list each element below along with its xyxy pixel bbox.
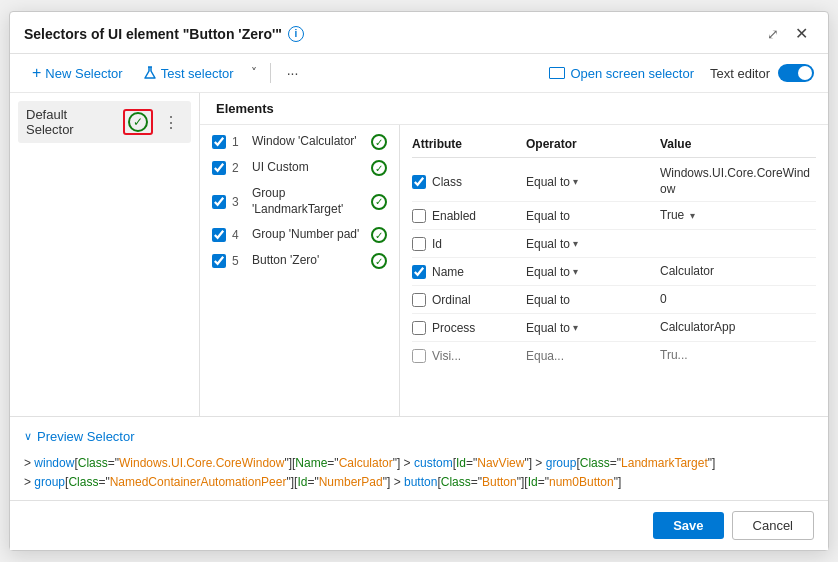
title-bar: Selectors of UI element "Button 'Zero'" …	[10, 12, 828, 54]
attr-checkbox-enabled[interactable]	[412, 209, 426, 223]
preview-sep-2: >	[532, 456, 546, 470]
preview-group2-selector: group	[34, 475, 65, 489]
attr-operator-process[interactable]: Equal to ▾	[526, 321, 656, 335]
selector-item-highlight: ✓	[123, 109, 153, 135]
preview-class-val: Windows.UI.Core.CoreWindow	[119, 456, 284, 470]
preview-id3-attr: Id	[528, 475, 538, 489]
table-row[interactable]: 1 Window 'Calculator' ✓	[200, 129, 399, 155]
save-button[interactable]: Save	[653, 512, 723, 539]
open-screen-label: Open screen selector	[570, 66, 694, 81]
attr-value-visibility: Tru...	[660, 348, 816, 364]
toolbar-left: + New Selector Test selector ˅ ···	[24, 60, 306, 86]
preview-eq-3: ="	[466, 456, 477, 470]
preview-close-1: "][	[284, 456, 295, 470]
preview-window-selector: window	[34, 456, 74, 470]
attr-name-name: Name	[432, 265, 464, 279]
attr-checkbox-id[interactable]	[412, 237, 426, 251]
cancel-button[interactable]: Cancel	[732, 511, 814, 540]
preview-class3-val: NamedContainerAutomationPeer	[110, 475, 287, 489]
preview-prefix-2: >	[24, 475, 34, 489]
attr-operator-class-text: Equal to	[526, 175, 570, 189]
table-row[interactable]: 2 UI Custom ✓	[200, 155, 399, 181]
attr-name-process: Process	[432, 321, 475, 335]
test-selector-button[interactable]: Test selector	[135, 62, 242, 85]
attributes-panel: Attribute Operator Value Class Equal to …	[400, 125, 828, 416]
element-name-1: Window 'Calculator'	[252, 134, 365, 150]
dialog-title: Selectors of UI element "Button 'Zero'"	[24, 26, 282, 42]
element-status-3: ✓	[371, 194, 387, 210]
preview-section: ∨ Preview Selector > window[Class="Windo…	[10, 416, 828, 500]
attr-value-class: Windows.UI.Core.CoreWindow	[660, 166, 816, 197]
attr-operator-visibility-text: Equa...	[526, 349, 564, 363]
col-header-attribute: Attribute	[412, 137, 522, 151]
elements-and-attributes: 1 Window 'Calculator' ✓ 2 UI Custom ✓ 3 …	[200, 125, 828, 416]
preview-text-container: > window[Class="Windows.UI.Core.CoreWind…	[24, 448, 814, 500]
toolbar: + New Selector Test selector ˅ ··· Open …	[10, 54, 828, 93]
attr-checkbox-process[interactable]	[412, 321, 426, 335]
element-status-5: ✓	[371, 253, 387, 269]
preview-close-3: "]	[524, 456, 532, 470]
attr-cell-id-name: Id	[412, 237, 522, 251]
preview-class3-attr: Class	[68, 475, 98, 489]
attr-cell-enabled-name: Enabled	[412, 209, 522, 223]
attr-chevron-enabled-icon[interactable]: ▾	[690, 210, 695, 221]
preview-sep-3: >	[390, 475, 404, 489]
attr-operator-id[interactable]: Equal to ▾	[526, 237, 656, 251]
preview-eq-2: ="	[327, 456, 338, 470]
attr-value-ordinal: 0	[660, 292, 816, 308]
attr-operator-enabled-text: Equal to	[526, 209, 570, 223]
test-selector-chevron[interactable]: ˅	[246, 62, 262, 84]
preview-button-selector: button	[404, 475, 437, 489]
preview-eq-8: ="	[538, 475, 549, 489]
attr-checkbox-ordinal[interactable]	[412, 293, 426, 307]
open-screen-selector-button[interactable]: Open screen selector	[541, 62, 702, 85]
attr-checkbox-visibility[interactable]	[412, 349, 426, 363]
new-selector-label: New Selector	[45, 66, 122, 81]
preview-id-val: NavView	[477, 456, 524, 470]
element-checkbox-1[interactable]	[212, 135, 226, 149]
table-row[interactable]: 4 Group 'Number pad' ✓	[200, 222, 399, 248]
elements-list: 1 Window 'Calculator' ✓ 2 UI Custom ✓ 3 …	[200, 125, 400, 416]
attr-name-ordinal: Ordinal	[432, 293, 471, 307]
screen-icon	[549, 67, 565, 79]
attr-checkbox-name[interactable]	[412, 265, 426, 279]
element-status-1: ✓	[371, 134, 387, 150]
plus-icon: +	[32, 64, 41, 82]
new-selector-button[interactable]: + New Selector	[24, 60, 131, 86]
info-icon[interactable]: i	[288, 26, 304, 42]
preview-eq-5: ="	[98, 475, 109, 489]
attr-operator-class[interactable]: Equal to ▾	[526, 175, 656, 189]
dialog-footer: Save Cancel	[10, 500, 828, 550]
resize-icon[interactable]: ⤢	[765, 24, 781, 44]
attr-checkbox-class[interactable]	[412, 175, 426, 189]
col-header-operator: Operator	[526, 137, 656, 151]
default-selector-item[interactable]: Default Selector ✓ ⋮	[18, 101, 191, 143]
attr-value-enabled: True	[660, 208, 684, 224]
element-name-5: Button 'Zero'	[252, 253, 365, 269]
close-button[interactable]: ✕	[789, 22, 814, 45]
preview-name-attr: Name	[295, 456, 327, 470]
title-right: ⤢ ✕	[765, 22, 814, 45]
table-row[interactable]: 3 Group 'LandmarkTarget' ✓	[200, 181, 399, 222]
attr-operator-name[interactable]: Equal to ▾	[526, 265, 656, 279]
preview-header[interactable]: ∨ Preview Selector	[24, 425, 814, 448]
text-editor-toggle[interactable]	[778, 64, 814, 82]
preview-close-4: "]	[708, 456, 716, 470]
more-options-button[interactable]: ···	[279, 61, 307, 85]
preview-id2-attr: Id	[297, 475, 307, 489]
list-item: Visi... Equa... Tru...	[412, 342, 816, 370]
element-status-2: ✓	[371, 160, 387, 176]
element-checkbox-5[interactable]	[212, 254, 226, 268]
element-checkbox-2[interactable]	[212, 161, 226, 175]
selector-item-more-icon[interactable]: ⋮	[159, 111, 183, 134]
attr-chevron-name-icon: ▾	[573, 266, 578, 277]
preview-prefix-1: >	[24, 456, 34, 470]
element-number-3: 3	[232, 195, 246, 209]
attr-name-visibility: Visi...	[432, 349, 461, 363]
element-number-1: 1	[232, 135, 246, 149]
preview-eq-4: ="	[610, 456, 621, 470]
element-checkbox-4[interactable]	[212, 228, 226, 242]
preview-class2-val: LandmarkTarget	[621, 456, 708, 470]
table-row[interactable]: 5 Button 'Zero' ✓	[200, 248, 399, 274]
element-checkbox-3[interactable]	[212, 195, 226, 209]
